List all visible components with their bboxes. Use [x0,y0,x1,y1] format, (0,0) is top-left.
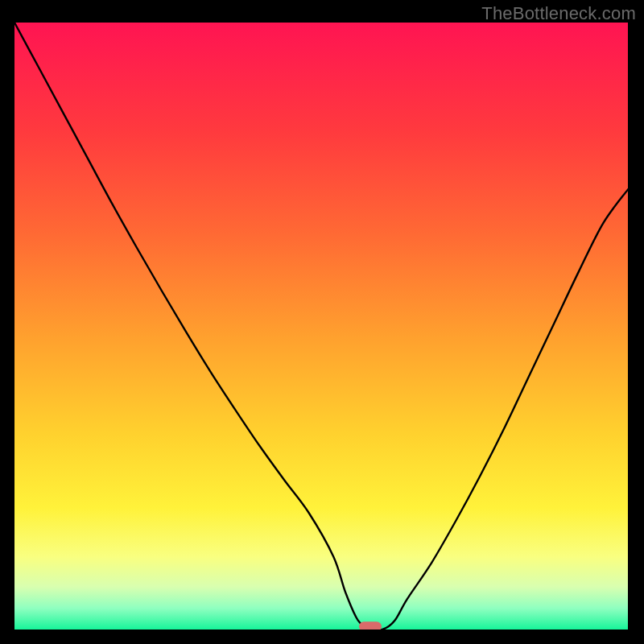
chart-frame: TheBottleneck.com [0,0,644,644]
plot-background [14,23,628,630]
bottleneck-chart [14,23,628,630]
optimum-marker [359,621,382,630]
watermark-text: TheBottleneck.com [481,3,636,24]
